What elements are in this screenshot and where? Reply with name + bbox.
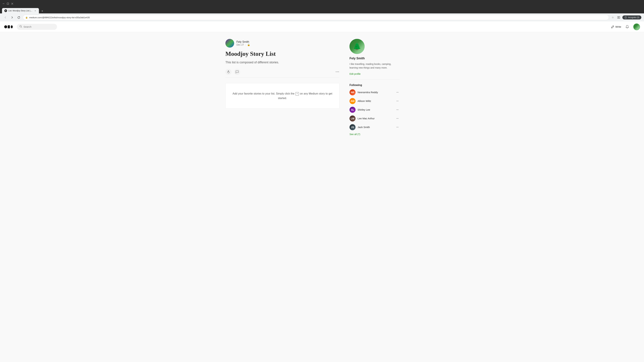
following-more-lee[interactable]: ··· [395, 116, 400, 121]
reader-mode-button[interactable] [616, 15, 621, 20]
following-name-neeramitra[interactable]: Neeramitra Reddy [358, 91, 393, 94]
comment-button[interactable] [234, 69, 240, 75]
sidebar-divider [350, 79, 400, 80]
medium-header: Search Write [0, 21, 644, 32]
page-content: Search Write Fely Smith [0, 21, 644, 362]
following-more-neeramitra[interactable]: ··· [395, 90, 400, 95]
tab-bar: M List: Moodjoy Story List | Curat... ✕ … [0, 7, 644, 13]
following-avatar-lee[interactable]: LM [350, 115, 356, 121]
incognito-badge[interactable]: Incognito (3) [622, 15, 641, 19]
following-more-allison[interactable]: ··· [395, 99, 400, 103]
browser-window-controls[interactable] [2, 2, 14, 5]
tab-favicon: M [4, 9, 7, 12]
tab-label: List: Moodjoy Story List | Curat... [8, 9, 32, 12]
main-layout: Fely Smith Dec 27 · 🔒 Moodjoy Story List… [221, 32, 422, 142]
tab-close-button[interactable]: ✕ [34, 9, 36, 12]
active-tab[interactable]: M List: Moodjoy Story List | Curat... ✕ [2, 8, 39, 13]
following-avatar-jack[interactable]: JS [350, 124, 356, 130]
following-name-allison[interactable]: Allison Wiltz [358, 99, 393, 102]
svg-point-7 [626, 17, 626, 17]
author-date: Dec 27 · 🔒 [236, 43, 250, 46]
svg-rect-4 [618, 16, 618, 18]
more-actions-button[interactable]: ··· [336, 70, 340, 74]
empty-list-message: Add your favorite stories to your list. … [231, 91, 334, 100]
svg-point-9 [11, 25, 13, 28]
main-content: Fely Smith Dec 27 · 🔒 Moodjoy Story List… [226, 39, 340, 136]
incognito-label: Incognito (3) [628, 16, 639, 18]
author-info: Fely Smith Dec 27 · 🔒 [226, 39, 340, 48]
search-label: Search [24, 25, 32, 28]
browser-actions: ☆ Incognito (3) [610, 15, 641, 20]
empty-list-card: Add your favorite stories to your list. … [226, 83, 340, 109]
separator-dot: · [245, 43, 246, 46]
list-actions: ··· [226, 69, 340, 78]
list-description: This list is composed of different stori… [226, 60, 340, 65]
search-icon [20, 25, 22, 28]
list-title: Moodjoy Story List [226, 50, 340, 57]
clap-button[interactable] [226, 69, 232, 75]
maximize-button[interactable] [6, 2, 10, 5]
address-url: medium.com/@89f4222e/list/moodjoy-story-… [29, 16, 606, 19]
see-all-button[interactable]: See all (7) [350, 133, 360, 136]
back-button[interactable] [3, 15, 8, 20]
following-list: NR Neeramitra Reddy ··· AW Allison Wiltz… [350, 89, 400, 130]
header-right: Write [611, 23, 640, 30]
sidebar-author-bio: I like travelling, reading books, campin… [350, 62, 400, 70]
medium-logo[interactable] [4, 24, 14, 29]
following-avatar-neeramitra[interactable]: NR [350, 89, 356, 95]
following-name-lee[interactable]: Lee Mac Arthur [358, 117, 393, 120]
write-button[interactable]: Write [611, 25, 621, 28]
svg-rect-1 [7, 3, 9, 4]
list-item: NR Neeramitra Reddy ··· [350, 89, 400, 95]
new-tab-button[interactable]: + [40, 9, 44, 13]
reload-button[interactable] [16, 15, 22, 20]
notification-button[interactable] [624, 24, 630, 29]
search-bar[interactable]: Search [17, 24, 57, 30]
author-name[interactable]: Fely Smith [236, 40, 250, 43]
avatar-image: SL [350, 107, 356, 113]
list-item: LM Lee Mac Arthur ··· [350, 115, 400, 121]
minimize-button[interactable] [2, 2, 5, 5]
forward-button[interactable] [10, 15, 15, 20]
lock-icon: 🔒 [247, 43, 250, 46]
sidebar: 🌲 Fely Smith I like travelling, reading … [350, 39, 400, 136]
browser-chrome: M List: Moodjoy Story List | Curat... ✕ … [0, 0, 644, 21]
avatar-image: LM [350, 115, 356, 121]
following-avatar-shirley[interactable]: SL [350, 107, 356, 113]
avatar-image: JS [350, 124, 356, 130]
list-item: AW Allison Wiltz ··· [350, 98, 400, 104]
list-item: JS Jack Smith ··· [350, 124, 400, 130]
avatar-image: NR [350, 89, 356, 95]
sidebar-author-name[interactable]: Fely Smith [350, 57, 400, 60]
sidebar-author-avatar[interactable]: 🌲 [350, 39, 364, 54]
list-item: SL Shirley Lee ··· [350, 107, 400, 113]
bookmark-button[interactable]: ☆ [610, 15, 615, 20]
author-avatar[interactable] [226, 39, 234, 48]
more-actions-label: ··· [336, 70, 340, 74]
empty-message-part1: Add your favorite stories to your list. … [232, 92, 294, 95]
close-button[interactable] [11, 2, 14, 5]
following-more-shirley[interactable]: ··· [395, 107, 400, 112]
svg-point-8 [4, 25, 7, 28]
author-meta: Fely Smith Dec 27 · 🔒 [236, 40, 250, 46]
following-more-jack[interactable]: ··· [395, 125, 400, 130]
edit-profile-button[interactable]: Edit profile [350, 72, 360, 75]
following-title: Following [350, 84, 400, 87]
browser-title-bar [0, 0, 644, 7]
following-avatar-allison[interactable]: AW [350, 98, 356, 104]
svg-rect-5 [619, 16, 620, 18]
user-avatar[interactable] [633, 23, 640, 30]
publish-date: Dec 27 [236, 43, 244, 46]
add-to-list-icon: + [296, 92, 299, 95]
following-name-jack[interactable]: Jack Smith [358, 126, 393, 129]
address-bar[interactable]: 🔒 medium.com/@89f4222e/list/moodjoy-stor… [23, 15, 609, 20]
following-name-shirley[interactable]: Shirley Lee [358, 108, 393, 111]
svg-line-11 [21, 27, 22, 27]
avatar-image: AW [350, 98, 356, 104]
address-lock-icon: 🔒 [25, 16, 28, 18]
write-label: Write [615, 25, 621, 28]
browser-toolbar: 🔒 medium.com/@89f4222e/list/moodjoy-stor… [0, 13, 644, 21]
